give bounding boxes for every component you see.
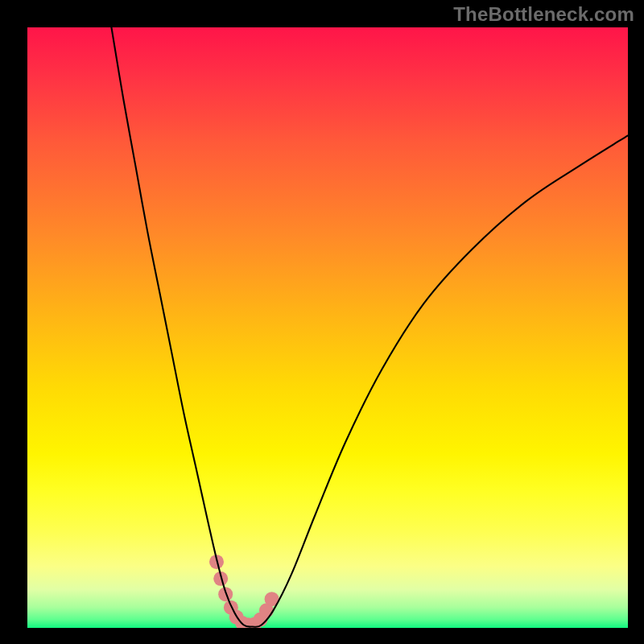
bottleneck-curve <box>111 27 628 627</box>
bottom-border-band <box>27 628 628 644</box>
chart-svg <box>27 27 628 628</box>
plot-area <box>27 27 628 628</box>
chart-stage: TheBottleneck.com <box>0 0 644 644</box>
marker-cluster <box>209 555 279 632</box>
watermark-text: TheBottleneck.com <box>453 3 634 26</box>
